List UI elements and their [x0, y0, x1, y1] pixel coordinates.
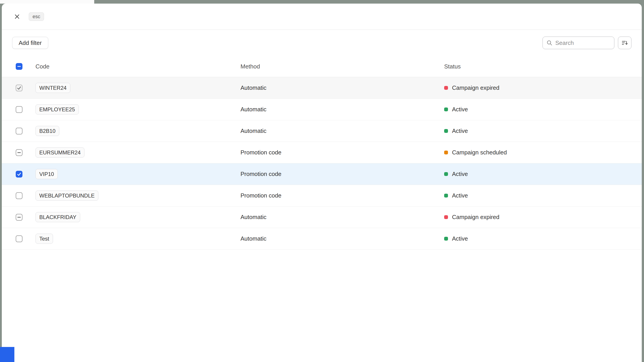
code-cell: WEBLAPTOPBUNDLE	[36, 191, 240, 201]
code-cell: EMPLOYEE25	[36, 104, 240, 115]
discounts-picker-modal: esc Add filter	[2, 3, 642, 362]
checkbox-cell	[16, 235, 36, 242]
checkbox-cell	[16, 192, 36, 199]
row-checkbox[interactable]	[16, 192, 22, 199]
code-badge: WINTER24	[36, 83, 70, 93]
table-row[interactable]: B2B10 Automatic Active	[2, 120, 642, 142]
code-badge: VIP10	[36, 169, 58, 179]
select-all-checkbox[interactable]	[16, 63, 22, 70]
method-cell: Promotion code	[240, 192, 444, 199]
code-cell: B2B10	[36, 126, 240, 136]
toolbar: Add filter	[2, 30, 642, 56]
status-label: Campaign expired	[452, 84, 500, 91]
method-cell: Automatic	[240, 127, 444, 134]
table-header: Code Method Status	[2, 56, 642, 77]
checkbox-cell	[16, 214, 36, 221]
status-label: Active	[452, 171, 468, 178]
search-input[interactable]	[555, 39, 610, 46]
esc-key-hint: esc	[29, 12, 44, 21]
status-label: Campaign expired	[452, 214, 500, 221]
code-badge: BLACKFRIDAY	[36, 212, 80, 222]
status-cell: Active	[444, 106, 642, 113]
column-header-status: Status	[444, 63, 642, 70]
code-badge: Test	[36, 234, 53, 244]
status-cell: Active	[444, 171, 642, 178]
status-dot	[444, 151, 448, 154]
code-badge: EMPLOYEE25	[36, 104, 79, 115]
search-box[interactable]	[542, 36, 614, 49]
code-badge: WEBLAPTOPBUNDLE	[36, 191, 98, 201]
checkbox-cell	[16, 106, 36, 113]
status-cell: Active	[444, 235, 642, 242]
status-cell: Active	[444, 127, 642, 134]
background-page-remnant	[0, 0, 94, 3]
bottom-left-blue-element	[0, 347, 14, 362]
sort-button[interactable]	[618, 36, 632, 49]
table-row[interactable]: Test Automatic Active	[2, 228, 642, 250]
status-dot	[444, 194, 448, 198]
code-cell: EURSUMMER24	[36, 147, 240, 158]
status-cell: Campaign scheduled	[444, 149, 642, 156]
status-label: Active	[452, 106, 468, 113]
code-badge: EURSUMMER24	[36, 147, 84, 158]
table-row[interactable]: VIP10 Promotion code Active	[2, 163, 642, 185]
status-cell: Active	[444, 192, 642, 199]
sort-descending-icon	[621, 39, 628, 46]
status-dot	[444, 237, 448, 241]
status-dot	[444, 172, 448, 176]
row-checkbox[interactable]	[16, 214, 22, 221]
checkbox-cell	[16, 85, 36, 91]
add-filter-button[interactable]: Add filter	[12, 37, 48, 49]
status-cell: Campaign expired	[444, 84, 642, 91]
status-label: Active	[452, 127, 468, 134]
row-checkbox[interactable]	[16, 235, 22, 242]
row-checkbox[interactable]	[16, 171, 22, 178]
table-row[interactable]: EMPLOYEE25 Automatic Active	[2, 99, 642, 120]
method-cell: Automatic	[240, 106, 444, 113]
status-dot	[444, 129, 448, 133]
table-row[interactable]: EURSUMMER24 Promotion code Campaign sche…	[2, 142, 642, 163]
status-dot	[444, 86, 448, 90]
code-cell: VIP10	[36, 169, 240, 179]
search-icon	[546, 40, 552, 46]
row-checkbox[interactable]	[16, 128, 22, 134]
status-dot	[444, 107, 448, 111]
code-cell: WINTER24	[36, 83, 240, 93]
column-header-method: Method	[240, 63, 444, 70]
modal-header: esc	[2, 3, 642, 30]
table-row[interactable]: WINTER24 Automatic Campaign expired	[2, 77, 642, 99]
method-cell: Promotion code	[240, 149, 444, 156]
column-header-code: Code	[36, 63, 240, 70]
code-cell: BLACKFRIDAY	[36, 212, 240, 222]
table-row[interactable]: BLACKFRIDAY Automatic Campaign expired	[2, 206, 642, 228]
table-body: WINTER24 Automatic Campaign expired EMPL…	[2, 77, 642, 250]
status-label: Active	[452, 192, 468, 199]
method-cell: Promotion code	[240, 171, 444, 178]
toolbar-right	[542, 36, 632, 49]
select-all-cell	[16, 63, 36, 70]
code-badge: B2B10	[36, 126, 59, 136]
close-button[interactable]	[12, 12, 22, 21]
checkbox-cell	[16, 149, 36, 156]
method-cell: Automatic	[240, 84, 444, 91]
status-label: Active	[452, 235, 468, 242]
row-checkbox[interactable]	[16, 85, 22, 91]
checkbox-cell	[16, 171, 36, 178]
status-dot	[444, 215, 448, 219]
row-checkbox[interactable]	[16, 106, 22, 113]
close-icon	[14, 13, 20, 20]
table-row[interactable]: WEBLAPTOPBUNDLE Promotion code Active	[2, 185, 642, 206]
status-cell: Campaign expired	[444, 214, 642, 221]
status-label: Campaign scheduled	[452, 149, 507, 156]
checkbox-cell	[16, 128, 36, 134]
code-cell: Test	[36, 234, 240, 244]
row-checkbox[interactable]	[16, 149, 22, 156]
method-cell: Automatic	[240, 214, 444, 221]
method-cell: Automatic	[240, 235, 444, 242]
